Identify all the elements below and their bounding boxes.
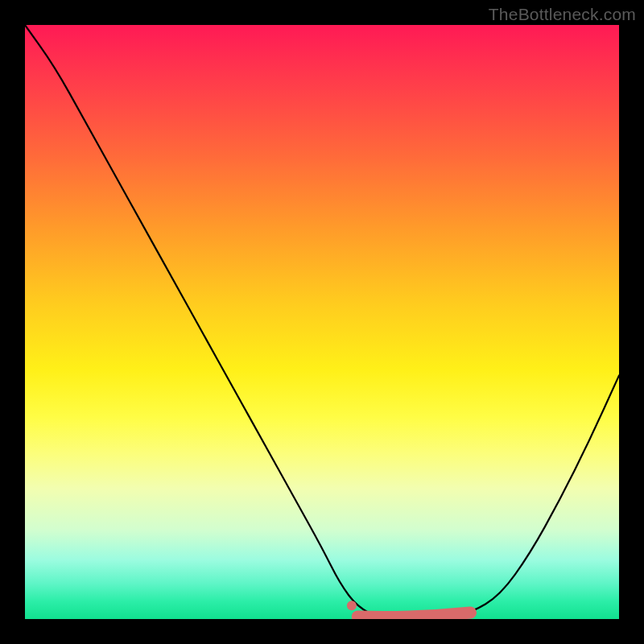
chart-plot-area xyxy=(25,25,619,619)
bottleneck-curve-line xyxy=(25,25,619,619)
chart-svg xyxy=(25,25,619,619)
watermark-text: TheBottleneck.com xyxy=(489,5,636,24)
start-marker-dot xyxy=(347,601,357,610)
optimal-range-band xyxy=(357,613,470,617)
